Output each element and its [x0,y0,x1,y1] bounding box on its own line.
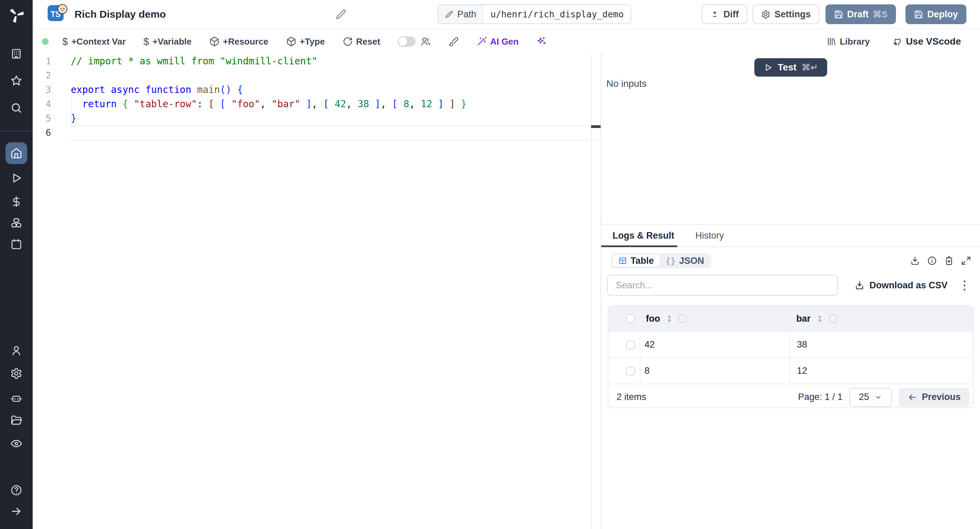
editor-code[interactable]: // import * as wmill from "windmill-clie… [71,54,590,140]
add-variable-button[interactable]: $ +Variable [143,37,192,47]
row-checkbox[interactable] [626,340,635,349]
table-search-input[interactable] [607,275,838,296]
code-line[interactable] [71,126,590,140]
format-button[interactable] [449,37,459,47]
sidebar-divider [0,131,33,131]
draft-button[interactable]: Draft ⌘S [826,5,896,24]
edit-summary-button[interactable] [336,8,348,21]
path-chip[interactable]: Path u/henri/rich_display_demo [438,5,631,24]
sidebar-item-help[interactable] [5,479,27,501]
package-icon [286,37,296,47]
table-body: 4238812 [608,331,973,384]
sidebar-item-workspace[interactable] [5,43,27,65]
diff-icon [710,10,719,19]
expand-result-button[interactable] [961,255,972,266]
editor-scrollbar[interactable] [591,53,592,529]
copy-result-button[interactable] [944,255,955,266]
cell-foo: 8 [640,358,789,384]
sidebar-item-folders[interactable] [5,409,27,431]
bot-icon [10,392,22,405]
column-option-toggle[interactable] [679,314,687,323]
pencil-icon [336,9,348,20]
multiplayer-toggle[interactable] [398,37,415,47]
page-size-select[interactable]: 25 [850,388,892,407]
sidebar-item-favorites[interactable] [5,70,27,92]
search-icon [10,102,22,114]
sidebar-item-runs[interactable] [5,167,27,189]
sort-icon[interactable] [816,314,824,323]
view-toggle-json[interactable]: {} JSON [660,255,710,267]
column-header-foo[interactable]: foo [646,314,660,324]
test-shortcut: ⌘↵ [802,62,818,73]
sort-icon[interactable] [665,314,673,323]
sidebar-item-workers[interactable] [5,387,27,409]
previous-page-button[interactable]: Previous [899,388,969,407]
result-section: Logs & Result History Table {} [601,224,980,529]
select-all-checkbox[interactable] [626,314,635,323]
add-type-button[interactable]: +Type [286,37,325,47]
download-result-button[interactable] [910,255,921,266]
code-line[interactable]: export async function main() { [71,83,590,97]
toolbar-right: Library Use VScode [826,36,980,47]
add-resource-button[interactable]: +Resource [209,37,269,47]
pencil-icon [445,10,453,18]
active-tab-underline [601,245,677,247]
library-button[interactable]: Library [826,37,870,47]
download-icon [854,280,865,290]
info-icon [927,256,938,266]
play-icon [763,63,772,72]
table-menu-button[interactable] [958,276,970,294]
ai-sparkles-button[interactable] [536,37,546,47]
view-toggle-table[interactable]: Table [612,255,660,267]
use-vscode-button[interactable]: Use VScode [892,36,961,47]
run-result-panel: Test ⌘↵ No inputs Logs & Result History [601,53,980,529]
code-line[interactable]: // import * as wmill from "windmill-clie… [71,54,590,69]
windmill-logo[interactable] [8,6,25,24]
result-tabs: Logs & Result History [601,225,980,247]
code-editor[interactable]: 123456 // import * as wmill from "windmi… [33,53,601,529]
code-line[interactable]: } [71,111,590,126]
sidebar-item-resources[interactable] [5,212,27,234]
sidebar-item-users[interactable] [5,340,27,362]
tab-logs-result[interactable]: Logs & Result [612,231,675,241]
diff-button[interactable]: Diff [702,5,747,24]
editor-toolbar: $ +Context Var $ +Variable +Resource +Ty… [33,29,980,54]
reset-button[interactable]: Reset [343,37,380,47]
maximize-icon [961,256,972,266]
download-csv-button[interactable]: Download as CSV [854,275,948,296]
column-option-toggle[interactable] [829,314,837,323]
play-icon [10,172,22,184]
deploy-button[interactable]: Deploy [905,5,966,24]
arrow-left-icon [907,392,917,402]
library-icon [826,37,837,47]
save-icon [914,10,923,19]
sidebar-item-audit[interactable] [5,433,27,454]
sidebar-item-settings[interactable] [5,363,27,384]
test-button[interactable]: Test ⌘↵ [754,58,827,76]
emoji-face-icon [57,4,68,14]
sidebar-item-home[interactable] [5,142,27,164]
sidebar-expand-button[interactable] [5,500,27,522]
help-circle-icon [10,484,22,496]
row-checkbox[interactable] [626,366,635,376]
star-icon [10,75,22,87]
path-value: u/henri/rich_display_demo [484,5,630,24]
column-header-bar[interactable]: bar [796,314,811,324]
clipboard-copy-icon [944,256,955,266]
code-line[interactable]: return { "table-row": [ [ "foo", "bar" ]… [71,97,590,111]
add-context-var-button[interactable]: $ +Context Var [62,37,126,47]
settings-button[interactable]: Settings [753,5,819,24]
folder-icon [10,414,22,427]
sidebar-item-search[interactable] [5,97,27,119]
code-line[interactable] [71,69,590,83]
sidebar-item-variables[interactable] [5,191,27,212]
tab-history[interactable]: History [695,231,724,241]
items-count: 2 items [617,392,646,402]
gear-icon [761,10,770,19]
chevron-down-icon [874,393,882,402]
line-number: 5 [33,111,71,126]
ai-gen-button[interactable]: AI Gen [476,37,519,47]
result-info-button[interactable] [927,255,938,266]
sidebar-item-schedules[interactable] [5,233,27,255]
no-inputs-label: No inputs [606,78,646,89]
